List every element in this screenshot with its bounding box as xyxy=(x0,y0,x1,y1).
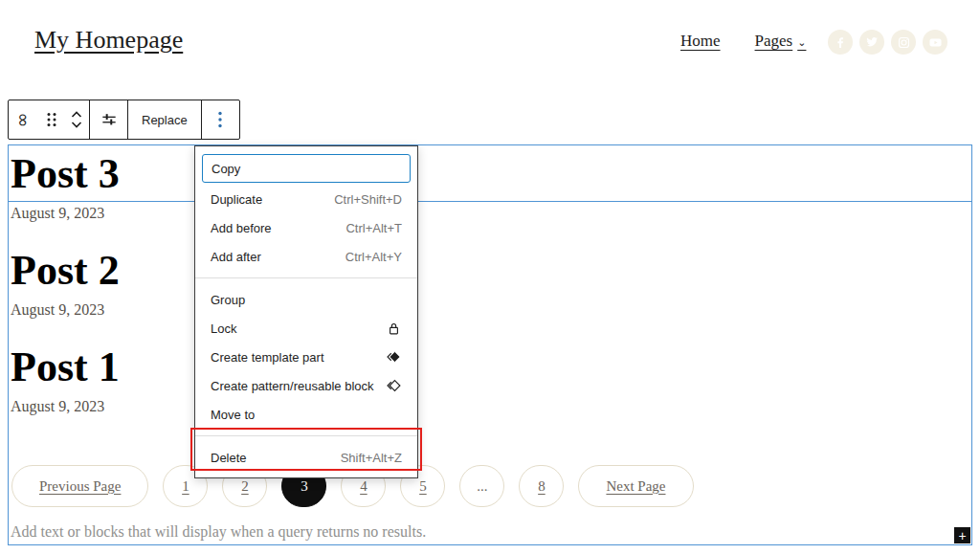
menu-item-create-template-part[interactable]: Create template part xyxy=(195,343,417,371)
previous-page-button[interactable]: Previous Page xyxy=(11,465,148,507)
shortcut-label: Shift+Alt+Z xyxy=(341,451,402,465)
menu-divider xyxy=(195,435,417,436)
site-title-link[interactable]: My Homepage xyxy=(34,26,183,55)
nav-link-pages[interactable]: Pages⌄ xyxy=(755,32,807,51)
facebook-icon[interactable] xyxy=(828,30,853,55)
page-number-8[interactable]: 8 xyxy=(519,465,564,507)
menu-item-delete[interactable]: Delete Shift+Alt+Z xyxy=(195,443,417,472)
block-toolbar-options-group xyxy=(202,100,239,139)
post-title[interactable]: Post 3 xyxy=(11,153,120,195)
menu-item-create-pattern[interactable]: Create pattern/reusable block xyxy=(195,371,417,400)
block-toolbar-settings-group xyxy=(90,100,128,139)
nav-link-home[interactable]: Home xyxy=(680,32,721,51)
menu-item-add-before[interactable]: Add before Ctrl+Alt+T xyxy=(195,213,417,242)
block-appender-plus-button[interactable]: + xyxy=(954,527,970,543)
instagram-icon[interactable] xyxy=(891,30,916,55)
selected-post-title-outline xyxy=(9,145,971,202)
page: My Homepage Home Pages⌄ ∞ xyxy=(0,0,980,554)
lock-icon xyxy=(386,321,402,337)
post-date[interactable]: August 9, 2023 xyxy=(11,205,104,222)
nav-home-label: Home xyxy=(680,32,721,51)
options-menu-icon[interactable] xyxy=(202,101,239,138)
replace-button[interactable]: Replace xyxy=(128,101,201,138)
menu-item-move-to[interactable]: Move to xyxy=(195,400,417,429)
block-options-menu: Copy Duplicate Ctrl+Shift+D Add before C… xyxy=(194,145,418,478)
block-toolbar: ∞ Replace xyxy=(8,100,240,140)
twitter-icon[interactable] xyxy=(859,30,884,55)
template-part-icon xyxy=(385,348,402,366)
post-title[interactable]: Post 1 xyxy=(11,346,120,388)
menu-item-group[interactable]: Group xyxy=(195,285,417,314)
post-date[interactable]: August 9, 2023 xyxy=(11,301,104,319)
menu-item-duplicate[interactable]: Duplicate Ctrl+Shift+D xyxy=(195,185,417,213)
move-up-down-icon[interactable] xyxy=(64,101,89,138)
no-results-placeholder[interactable]: Add text or blocks that will display whe… xyxy=(11,523,426,541)
menu-divider xyxy=(195,277,417,278)
drag-handle-icon[interactable] xyxy=(39,101,64,138)
block-toolbar-replace-group: Replace xyxy=(128,100,202,139)
menu-item-copy[interactable]: Copy xyxy=(202,154,411,183)
post-date[interactable]: August 9, 2023 xyxy=(11,398,104,415)
page-ellipsis: ... xyxy=(459,465,504,507)
shortcut-label: Ctrl+Alt+T xyxy=(345,221,402,235)
next-page-button[interactable]: Next Page xyxy=(578,465,693,507)
pattern-icon xyxy=(385,377,402,394)
nav-pages-label: Pages xyxy=(755,32,793,51)
menu-item-lock[interactable]: Lock xyxy=(195,314,417,343)
block-toolbar-main-group: ∞ xyxy=(9,100,90,139)
shortcut-label: Ctrl+Alt+Y xyxy=(345,250,402,264)
youtube-icon[interactable] xyxy=(923,30,947,55)
social-links xyxy=(828,30,947,55)
menu-item-add-after[interactable]: Add after Ctrl+Alt+Y xyxy=(195,242,417,271)
chevron-down-icon: ⌄ xyxy=(797,36,806,49)
shortcut-label: Ctrl+Shift+D xyxy=(334,192,402,207)
display-settings-icon[interactable] xyxy=(90,101,127,138)
query-loop-icon[interactable]: ∞ xyxy=(9,101,39,138)
post-title[interactable]: Post 2 xyxy=(11,250,120,292)
main-navigation: Home Pages⌄ xyxy=(680,32,806,51)
query-loop-block[interactable]: Post 3 August 9, 2023 Post 2 August 9, 2… xyxy=(8,144,972,545)
